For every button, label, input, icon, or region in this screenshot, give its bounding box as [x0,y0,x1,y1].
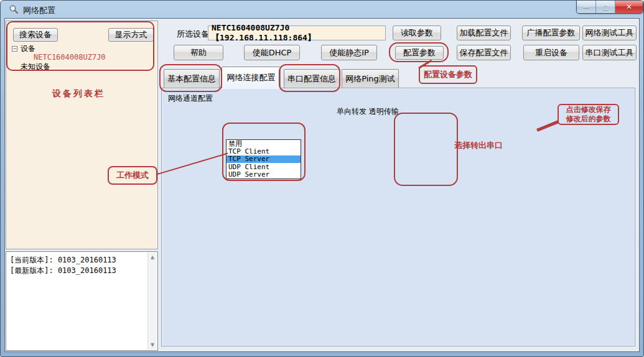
tree-node-unknown-devices[interactable]: 未知设备 [21,62,50,72]
forward-group-title: 单向转发 透明传输 [335,106,401,117]
app-window: 网络配置 — ▢ ✕ 搜索设备 显示方式 − 设备 NETC1604008UZ7… [0,0,644,357]
reboot-device-button[interactable]: 重启设备 [523,45,579,60]
annotation-callout-modify: 点击修改保存 修改后的参数 [558,104,619,125]
title-bar[interactable]: 网络配置 — ▢ ✕ [1,1,643,18]
version-scrollbar[interactable]: ▲ ▼ [147,253,157,350]
channel-config-group-title: 网络通道配置 [166,93,215,104]
annotation-text: 工作模式 [116,170,149,181]
annotation-callout-config-device: 配置设备参数 [419,65,477,84]
network-config-tab-panel [161,88,635,346]
dropdown-option-tcp-client[interactable]: TCP Client [226,147,301,155]
help-button[interactable]: 帮助 [174,45,223,60]
window-title: 网络配置 [23,5,55,16]
tree-collapse-icon[interactable]: − [12,46,17,52]
version-log-box: [当前版本]: 0103_20160113 [最新版本]: 0103_20160… [6,251,158,351]
annotation-text: 配置设备参数 [424,69,472,80]
device-list-caption: 设备列表栏 [52,88,105,100]
tab-network-config[interactable]: 网络连接配置 [222,67,281,88]
enable-static-ip-button[interactable]: 使能静态IP [321,45,377,60]
selected-device-field: NETC1604008UZ7J0 【192.168.11.118:864】 [208,26,386,40]
load-config-button[interactable]: 加载配置文件 [457,26,511,40]
scroll-down-icon[interactable]: ▼ [148,342,157,348]
config-params-button[interactable]: 配置参数 [395,46,444,60]
save-config-button[interactable]: 保存配置文件 [457,45,511,60]
dropdown-option-disable[interactable]: 禁用 [226,140,301,147]
app-magnifier-icon [9,4,19,14]
selected-device-label: 所选设备 [177,29,209,40]
broadcast-config-button[interactable]: 广播配置参数 [522,26,580,40]
network-test-tool-button[interactable]: 网络测试工具 [582,26,637,40]
annotation-text: 点击修改保存 [566,105,611,114]
minimize-button[interactable]: — [577,1,596,13]
scroll-up-icon[interactable]: ▲ [148,254,157,260]
close-button[interactable]: ✕ [615,1,643,13]
dropdown-option-udp-client[interactable]: UDP Client [226,163,301,170]
read-params-button[interactable]: 读取参数 [393,26,441,40]
latest-version-text: [最新版本]: 0103_20160113 [10,266,116,276]
tree-node-device-id[interactable]: NETC1604008UZ7J0 [34,53,106,62]
dropdown-option-udp-server[interactable]: UDP Server [226,171,301,178]
current-version-text: [当前版本]: 0103_20160113 [10,255,116,266]
annotation-callout-work-mode: 工作模式 [108,166,157,185]
window-controls: — ▢ ✕ [576,1,643,14]
dropdown-option-tcp-server[interactable]: TCP Server [226,155,301,163]
search-device-button[interactable]: 搜索设备 [13,28,58,42]
display-mode-button[interactable]: 显示方式 [108,28,154,42]
enable-dhcp-button[interactable]: 使能DHCP [244,45,300,60]
tab-basic-config[interactable]: 基本配置信息 [164,69,220,88]
work-mode-dropdown-list: 禁用 TCP Client TCP Server UDP Client UDP … [226,139,301,179]
annotation-select-serial: 选择转出串口 [454,140,503,151]
tab-network-ping[interactable]: 网络Ping测试 [342,69,399,88]
annotation-text: 修改后的参数 [566,114,611,124]
maximize-button[interactable]: ▢ [596,1,615,13]
serial-test-tool-button[interactable]: 串口测试工具 [582,45,637,60]
tab-serial-config[interactable]: 串口配置信息 [284,69,340,88]
